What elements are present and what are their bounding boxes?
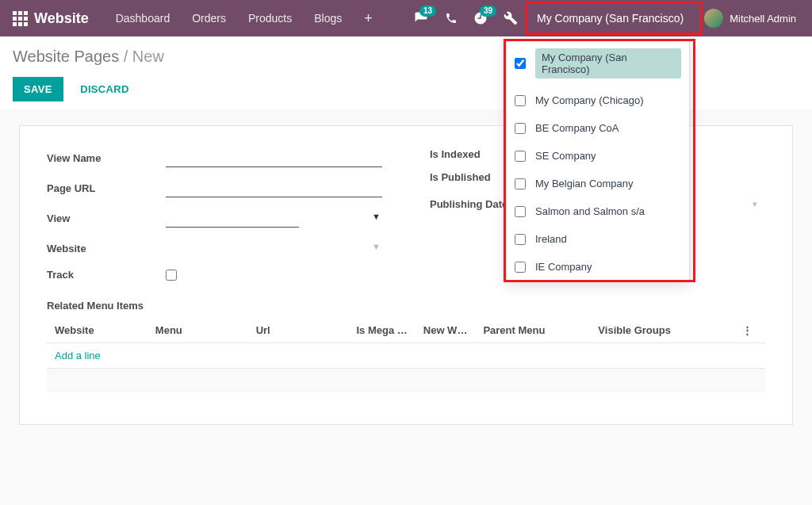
user-name: Mitchell Admin [730,13,796,25]
company-option[interactable]: IE Company [507,253,689,281]
apps-icon[interactable] [13,11,28,26]
col-visible-groups[interactable]: Visible Groups [590,318,733,343]
col-new-window[interactable]: New W… [416,318,476,343]
label-is-published: Is Published [430,171,491,183]
input-view-name[interactable] [166,148,382,167]
nav-new-content-icon[interactable]: + [353,0,384,36]
add-line-link[interactable]: Add a line [55,350,101,362]
company-switcher[interactable]: My Company (San Francisco) [526,0,695,36]
breadcrumb-leaf: New [132,48,164,65]
checkbox-track[interactable] [166,270,177,281]
debug-icon[interactable] [496,0,526,36]
related-table: Website Menu Url Is Mega … New W… Parent… [47,318,765,392]
chevron-down-icon: ▼ [372,242,381,251]
company-option-checkbox[interactable] [515,178,526,189]
label-track: Track [47,269,166,281]
save-button[interactable]: SAVE [13,77,63,101]
company-option-label: My Company (Chicago) [535,94,644,106]
avatar [704,9,723,28]
company-option-checkbox[interactable] [515,123,526,134]
input-website[interactable] [166,239,299,258]
subheader: Website Pages / New SAVE DISCARD [0,36,812,109]
company-option-label: My Company (San Francisco) [535,48,681,78]
company-option-checkbox[interactable] [515,234,526,245]
company-option-checkbox[interactable] [515,262,526,273]
nav-dashboard[interactable]: Dashboard [105,0,182,36]
col-is-mega[interactable]: Is Mega … [348,318,415,343]
company-option-label: BE Company CoA [535,122,619,134]
company-option[interactable]: Ireland [507,225,689,253]
col-website[interactable]: Website [47,318,147,343]
nav-blogs[interactable]: Blogs [303,0,353,36]
chevron-down-icon: ▾ [753,199,757,209]
table-row: Add a line [47,343,765,369]
chevron-down-icon: ▼ [372,212,381,221]
user-menu[interactable]: Mitchell Admin [695,9,806,28]
top-navbar: Website Dashboard Orders Products Blogs … [0,0,812,36]
col-parent-menu[interactable]: Parent Menu [475,318,590,343]
company-option-label: My Belgian Company [535,178,634,189]
discard-button[interactable]: DISCARD [69,77,140,101]
company-option-checkbox[interactable] [515,151,526,162]
company-dropdown: My Company (San Francisco)My Company (Ch… [506,40,690,281]
company-option-label: SE Company [535,150,596,162]
nav-products[interactable]: Products [237,0,303,36]
label-view-name: View Name [47,152,166,164]
company-current-label: My Company (San Francisco) [537,12,684,25]
activities-icon[interactable]: 39 [465,0,496,36]
label-is-indexed: Is Indexed [430,148,481,160]
table-options-icon[interactable]: ⋮ [734,318,765,343]
messages-icon[interactable]: 13 [405,0,437,36]
company-option-checkbox[interactable] [515,58,526,69]
app-brand[interactable]: Website [34,10,89,27]
company-option-checkbox[interactable] [515,95,526,106]
company-option-label: Salmon and Salmon s/a [535,205,645,217]
label-website: Website [47,243,166,254]
company-option-label: IE Company [535,261,592,273]
company-option[interactable]: My Belgian Company [507,170,689,197]
label-view: View [47,212,166,224]
nav-orders[interactable]: Orders [181,0,237,36]
company-option[interactable]: My Company (San Francisco) [507,40,689,86]
table-row [47,369,765,392]
sheet-wrap: View Name Page URL View ▼ Website [0,109,812,441]
messages-badge: 13 [419,6,436,17]
label-page-url: Page URL [47,182,166,194]
company-option[interactable]: My Company (Chicago) [507,86,689,114]
company-option-checkbox[interactable] [515,206,526,217]
activities-badge: 39 [480,6,496,17]
section-related-title: Related Menu Items [47,300,765,312]
company-option[interactable]: SE Company [507,142,689,170]
left-column: View Name Page URL View ▼ Website [47,148,382,292]
col-menu[interactable]: Menu [147,318,248,343]
input-view[interactable] [166,209,299,228]
company-option-label: Ireland [535,233,567,245]
phone-icon[interactable] [437,0,465,36]
breadcrumb-root[interactable]: Website Pages [13,48,119,65]
company-option[interactable]: BE Company CoA [507,114,689,142]
col-url[interactable]: Url [248,318,349,343]
input-page-url[interactable] [166,178,382,197]
company-option[interactable]: Salmon and Salmon s/a [507,197,689,225]
